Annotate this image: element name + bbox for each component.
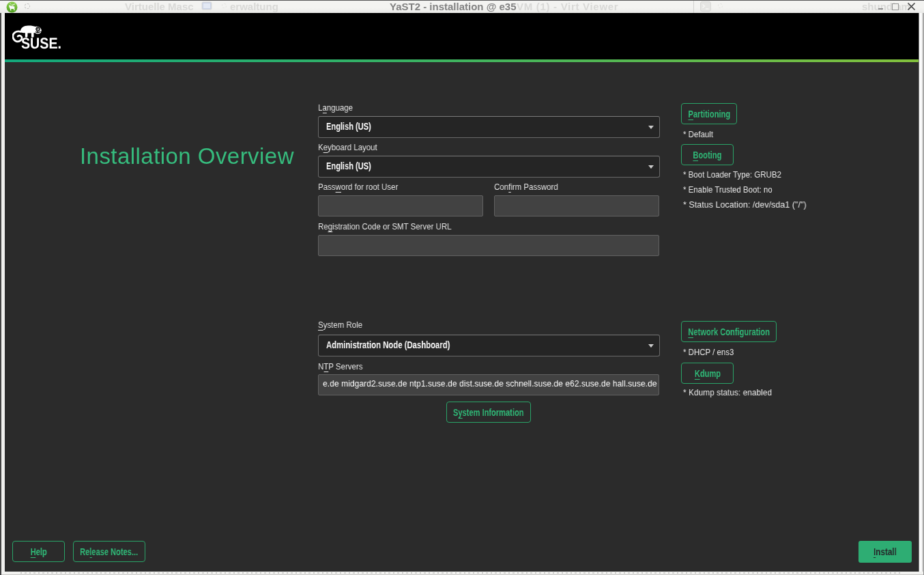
svg-text:SUSE.: SUSE. (21, 35, 61, 52)
